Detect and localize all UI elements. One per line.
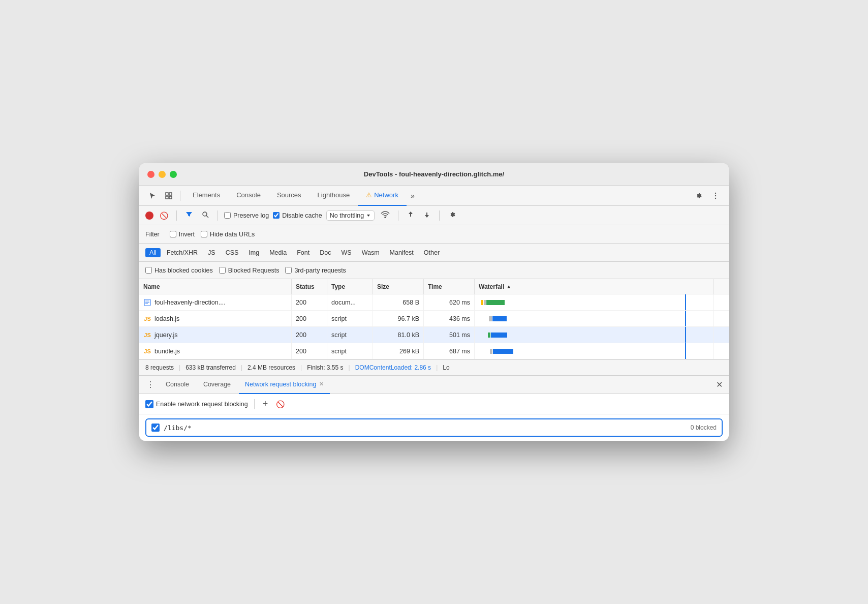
- blocked-requests-checkbox[interactable]: [219, 267, 226, 274]
- wifi-icon[interactable]: [379, 210, 392, 221]
- throttle-select[interactable]: No throttling: [326, 210, 375, 221]
- tab-sources[interactable]: Sources: [269, 186, 309, 206]
- type-btn-css[interactable]: CSS: [222, 248, 243, 257]
- table-row[interactable]: JS jquery.js 200 script 81.0 kB 501 ms: [139, 327, 729, 343]
- td-time-4: 687 ms: [424, 343, 475, 359]
- blocked-requests-label[interactable]: Blocked Requests: [219, 267, 280, 274]
- blocking-item[interactable]: /libs/* 0 blocked: [145, 418, 723, 437]
- third-party-label[interactable]: 3rd-party requests: [285, 267, 346, 274]
- th-action: [714, 279, 729, 294]
- blocking-item-checkbox[interactable]: [151, 424, 160, 432]
- remove-all-icon[interactable]: 🚫: [274, 399, 287, 409]
- toolbar-right: [691, 190, 723, 202]
- th-time[interactable]: Time: [424, 279, 475, 294]
- filter-label: Filter: [145, 231, 160, 238]
- type-btn-js[interactable]: JS: [204, 248, 220, 257]
- disable-cache-label[interactable]: Disable cache: [273, 212, 322, 219]
- preserve-log-label[interactable]: Preserve log: [224, 212, 269, 219]
- type-btn-ws[interactable]: WS: [337, 248, 355, 257]
- bottom-more-icon[interactable]: ⋮: [143, 378, 158, 391]
- search-icon[interactable]: [199, 209, 211, 221]
- close-tab-icon[interactable]: ✕: [319, 381, 324, 387]
- th-status[interactable]: Status: [292, 279, 327, 294]
- close-panel-button[interactable]: ✕: [714, 378, 725, 391]
- type-btn-doc[interactable]: Doc: [316, 248, 335, 257]
- tab-lighthouse[interactable]: Lighthouse: [309, 186, 358, 206]
- resources-size: 2.4 MB resources: [247, 364, 295, 371]
- separator4: [398, 210, 398, 221]
- th-type[interactable]: Type: [327, 279, 373, 294]
- js-icon: JS: [143, 315, 151, 323]
- tab-network[interactable]: ⚠ Network: [358, 186, 407, 206]
- filter-icon[interactable]: [183, 209, 195, 221]
- main-toolbar: Elements Console Sources Lighthouse ⚠ Ne…: [139, 186, 729, 206]
- type-btn-all[interactable]: All: [145, 248, 161, 257]
- separator-blocking: [254, 399, 255, 409]
- settings-icon[interactable]: [691, 190, 705, 202]
- minimize-button[interactable]: [159, 171, 166, 178]
- close-button[interactable]: [147, 171, 154, 178]
- tab-elements[interactable]: Elements: [184, 186, 228, 206]
- bottom-tab-network-blocking[interactable]: Network request blocking ✕: [239, 376, 330, 394]
- th-waterfall[interactable]: Waterfall▲: [475, 279, 714, 294]
- invert-checkbox[interactable]: [170, 231, 176, 237]
- td-type-1: docum...: [327, 294, 373, 310]
- td-status-1: 200: [292, 294, 327, 310]
- tab-console[interactable]: Console: [228, 186, 269, 206]
- table-row[interactable]: JS bundle.js 200 script 269 kB 687 ms: [139, 343, 729, 359]
- invert-label[interactable]: Invert: [170, 231, 195, 238]
- clear-icon[interactable]: 🚫: [158, 210, 170, 221]
- bottom-tab-console[interactable]: Console: [160, 376, 195, 394]
- doc-icon: [143, 298, 151, 307]
- table-row[interactable]: JS lodash.js 200 script 96.7 kB 436 ms: [139, 311, 729, 327]
- type-btn-media[interactable]: Media: [265, 248, 291, 257]
- load-label: Lo: [443, 364, 449, 371]
- maximize-button[interactable]: [170, 171, 177, 178]
- download-icon[interactable]: [421, 209, 433, 221]
- has-blocked-cookies-label[interactable]: Has blocked cookies: [145, 267, 213, 274]
- td-extra-4: [714, 343, 729, 359]
- type-filter-bar: All Fetch/XHR JS CSS Img Media Font Doc …: [139, 244, 729, 262]
- filter-checkboxes: Invert Hide data URLs: [170, 231, 255, 238]
- record-button[interactable]: [145, 212, 153, 220]
- traffic-lights: [147, 171, 177, 178]
- third-party-checkbox[interactable]: [285, 267, 292, 274]
- type-btn-wasm[interactable]: Wasm: [358, 248, 384, 257]
- more-icon[interactable]: [708, 190, 723, 202]
- svg-point-7: [203, 212, 207, 216]
- inspect-icon[interactable]: [162, 190, 176, 202]
- type-btn-font[interactable]: Font: [293, 248, 314, 257]
- disable-cache-checkbox[interactable]: [273, 212, 280, 219]
- enable-blocking-checkbox[interactable]: [145, 400, 153, 408]
- blocked-bar: Has blocked cookies Blocked Requests 3rd…: [139, 262, 729, 279]
- hide-data-urls-checkbox[interactable]: [201, 231, 207, 237]
- svg-rect-0: [166, 193, 168, 195]
- td-size-2: 96.7 kB: [373, 311, 424, 326]
- cursor-icon[interactable]: [145, 190, 160, 202]
- th-name[interactable]: Name: [139, 279, 292, 294]
- th-size[interactable]: Size: [373, 279, 424, 294]
- network-table: Name Status Type Size Time Waterfall▲ fo…: [139, 279, 729, 359]
- td-time-3: 501 ms: [424, 327, 475, 343]
- type-btn-other[interactable]: Other: [420, 248, 444, 257]
- preserve-log-checkbox[interactable]: [224, 212, 231, 219]
- tab-overflow-btn[interactable]: »: [407, 192, 419, 200]
- js-icon-2: JS: [143, 331, 151, 339]
- transferred-size: 633 kB transferred: [185, 364, 236, 371]
- bottom-tab-coverage[interactable]: Coverage: [197, 376, 237, 394]
- network-toolbar: 🚫 Preserve log Disable cache No throttli…: [139, 206, 729, 225]
- has-blocked-cookies-checkbox[interactable]: [145, 267, 152, 274]
- enable-blocking-label[interactable]: Enable network request blocking: [145, 400, 248, 408]
- table-row[interactable]: foul-heavenly-direction.... 200 docum...…: [139, 294, 729, 311]
- type-btn-img[interactable]: Img: [244, 248, 263, 257]
- add-pattern-button[interactable]: +: [261, 398, 270, 410]
- tab-bar: Elements Console Sources Lighthouse ⚠ Ne…: [184, 186, 419, 206]
- blocked-count: 0 blocked: [691, 424, 717, 431]
- network-settings-icon[interactable]: [446, 209, 458, 221]
- hide-data-urls-label[interactable]: Hide data URLs: [201, 231, 255, 238]
- type-btn-manifest[interactable]: Manifest: [386, 248, 418, 257]
- type-btn-fetchxhr[interactable]: Fetch/XHR: [163, 248, 202, 257]
- upload-icon[interactable]: [405, 209, 417, 221]
- td-size-3: 81.0 kB: [373, 327, 424, 343]
- separator2: [176, 210, 177, 221]
